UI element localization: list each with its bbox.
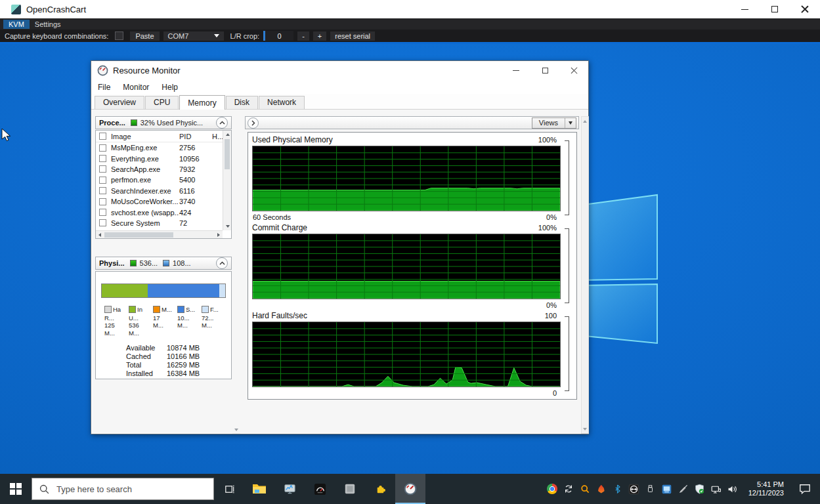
resmon-menu-help[interactable]: Help	[162, 83, 178, 92]
process-checkbox[interactable]	[99, 165, 106, 173]
chevron-down-icon	[214, 34, 219, 37]
resmon-menu-monitor[interactable]: Monitor	[123, 83, 149, 92]
taskbar-app-puzzle-app[interactable]	[365, 474, 395, 504]
left-column-scroll-down-button[interactable]	[232, 426, 240, 434]
capture-checkbox[interactable]	[115, 32, 123, 40]
process-checkbox[interactable]	[99, 209, 106, 216]
gauge-app-icon	[314, 483, 326, 495]
start-button[interactable]	[0, 474, 32, 504]
taskbar-app-file-explorer[interactable]	[244, 474, 274, 504]
crop-input[interactable]	[263, 31, 293, 41]
chart-ymax-label: 100	[545, 312, 557, 320]
resmon-menubar: FileMonitorHelp	[91, 80, 588, 94]
process-checkbox[interactable]	[99, 177, 106, 184]
table-row[interactable]: Secure System72	[96, 218, 223, 228]
tab-overview[interactable]: Overview	[95, 96, 144, 109]
app-menu-kvm[interactable]: KVM	[3, 20, 30, 29]
taskbar-clock[interactable]: 5:41 PM 12/11/2023	[748, 480, 784, 497]
expand-panel-button[interactable]	[248, 117, 259, 129]
select-all-checkbox[interactable]	[99, 133, 106, 140]
table-row[interactable]: svchost.exe (wsapp...424	[96, 207, 223, 217]
minimize-button[interactable]	[729, 0, 760, 18]
table-row[interactable]: MoUsoCoreWorker...3740	[96, 196, 223, 207]
com-port-select[interactable]: COM7	[163, 32, 224, 41]
tab-cpu[interactable]: CPU	[145, 96, 179, 109]
horizontal-scroll-thumb[interactable]	[104, 232, 173, 238]
tray-icon-search-everything[interactable]	[579, 483, 591, 495]
processes-collapse-button[interactable]	[216, 117, 228, 129]
scroll-right-button[interactable]	[215, 232, 222, 238]
maximize-icon	[771, 6, 778, 12]
crop-increase-button[interactable]: +	[313, 32, 326, 41]
scroll-down-button[interactable]	[225, 223, 230, 230]
process-table-horizontal-scrollbar[interactable]	[96, 230, 223, 238]
tray-icon-sync[interactable]	[563, 483, 574, 495]
resmon-minimize-button[interactable]	[502, 61, 530, 80]
process-checkbox[interactable]	[99, 198, 106, 205]
tray-icon-usb-device[interactable]	[645, 483, 657, 495]
taskbar-app-gauge-app[interactable]	[305, 474, 335, 504]
tray-icon-teamviewer[interactable]	[628, 483, 640, 495]
physical-memory-section-header[interactable]: Physi... 536... 108...	[95, 257, 232, 270]
process-image: svchost.exe (wsapp...	[111, 209, 179, 217]
table-row[interactable]: Everything.exe10956	[96, 153, 223, 163]
process-image: SearchIndexer.exe	[111, 187, 179, 195]
action-center-button[interactable]	[795, 474, 815, 504]
taskbar-app-system-monitor[interactable]	[274, 474, 305, 504]
tab-memory[interactable]: Memory	[179, 95, 225, 110]
chart-title: Hard Faults/sec	[252, 311, 307, 320]
process-image: MsMpEng.exe	[111, 144, 179, 152]
scroll-up-button[interactable]	[225, 131, 230, 138]
tab-network[interactable]: Network	[259, 96, 305, 109]
search-input[interactable]	[56, 484, 213, 494]
taskbar-app-task-view[interactable]	[214, 474, 244, 504]
memory-usage-bar	[101, 284, 226, 298]
table-row[interactable]: perfmon.exe5400	[96, 175, 223, 185]
maximize-button[interactable]	[760, 0, 790, 18]
physical-memory-collapse-button[interactable]	[216, 257, 228, 269]
app-menu-settings[interactable]: Settings	[30, 20, 66, 29]
scroll-down-button[interactable]	[582, 426, 588, 432]
column-header-image[interactable]: Image	[111, 133, 179, 140]
tray-icon-pen-disabled[interactable]	[678, 483, 689, 495]
paste-button[interactable]: Paste	[130, 32, 159, 41]
tray-icon-blue-window[interactable]	[661, 483, 673, 495]
close-button[interactable]	[790, 0, 820, 18]
process-checkbox[interactable]	[99, 155, 106, 162]
stat-value: 16384 MB	[167, 369, 200, 378]
tray-icon-network[interactable]	[710, 483, 722, 495]
processes-section-header[interactable]: Proce... 32% Used Physic...	[95, 116, 232, 129]
process-checkbox[interactable]	[99, 144, 106, 152]
table-row[interactable]: SearchIndexer.exe6116	[96, 186, 223, 196]
process-checkbox[interactable]	[99, 187, 106, 194]
views-dropdown-caret[interactable]	[565, 118, 576, 128]
taskbar-app-gray-app[interactable]	[335, 474, 365, 504]
scroll-up-button[interactable]	[582, 118, 588, 124]
process-table-vertical-scrollbar[interactable]	[223, 131, 231, 230]
resmon-menu-file[interactable]: File	[98, 83, 110, 92]
table-row[interactable]: MsMpEng.exe2756	[96, 142, 223, 153]
tray-icon-chrome[interactable]	[546, 483, 558, 495]
resmon-close-button[interactable]	[559, 61, 588, 80]
taskbar-search[interactable]	[32, 478, 214, 500]
tab-disk[interactable]: Disk	[226, 96, 258, 109]
process-table-header[interactable]: ImagePIDH...	[96, 131, 223, 142]
tray-icon-defender[interactable]	[694, 483, 706, 495]
resmon-maximize-button[interactable]	[530, 61, 559, 80]
views-button[interactable]: Views	[532, 117, 576, 129]
scroll-left-button[interactable]	[97, 232, 103, 238]
column-header-h[interactable]: H...	[212, 133, 223, 140]
resmon-titlebar[interactable]: Resource Monitor	[91, 61, 588, 80]
tray-icon-volume[interactable]	[727, 483, 739, 495]
process-checkbox[interactable]	[99, 219, 106, 226]
column-header-pid[interactable]: PID	[179, 133, 212, 140]
tray-icon-bluetooth[interactable]	[612, 483, 624, 495]
stat-value: 10166 MB	[167, 352, 200, 361]
crop-decrease-button[interactable]: -	[297, 32, 309, 41]
tray-icon-flame[interactable]	[595, 483, 607, 495]
table-row[interactable]: SearchApp.exe7932	[96, 164, 223, 175]
taskbar-app-resource-monitor[interactable]	[395, 474, 425, 504]
charts-vertical-scrollbar[interactable]	[581, 116, 589, 434]
vertical-scroll-thumb[interactable]	[225, 139, 230, 169]
reset-serial-button[interactable]: reset serial	[330, 32, 375, 41]
